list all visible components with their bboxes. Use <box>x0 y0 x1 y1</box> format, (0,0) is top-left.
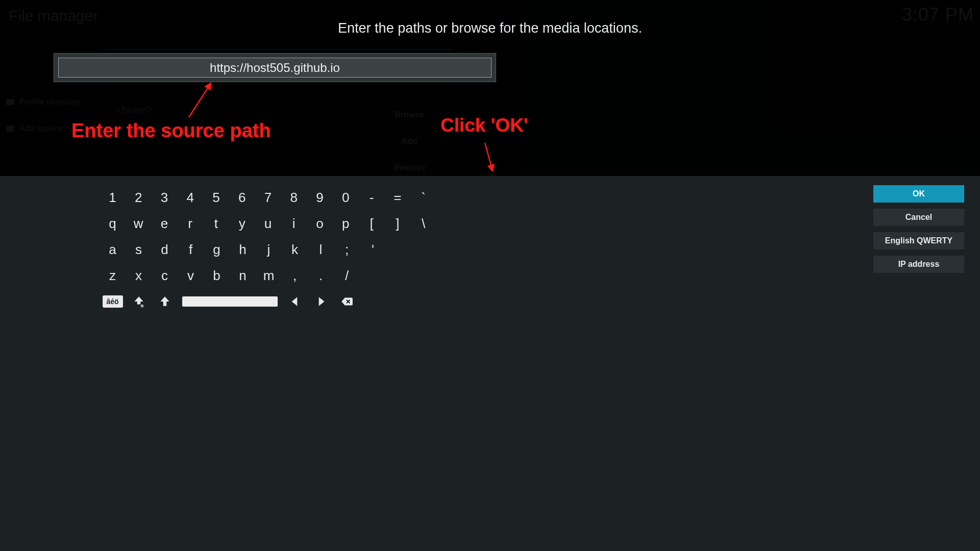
key-m[interactable]: m <box>256 263 282 289</box>
shift-key[interactable] <box>152 291 178 312</box>
key-\[interactable]: \ <box>410 211 436 237</box>
key-'[interactable]: ' <box>360 237 386 263</box>
key-5[interactable]: 5 <box>203 185 229 211</box>
spacebar-icon <box>182 296 278 307</box>
key-t[interactable]: t <box>203 211 229 237</box>
key-k[interactable]: k <box>282 237 308 263</box>
key-][interactable]: ] <box>384 211 410 237</box>
key-i[interactable]: i <box>281 211 307 237</box>
key-[[interactable]: [ <box>359 211 385 237</box>
cursor-right-key[interactable] <box>308 291 334 312</box>
svg-line-1 <box>485 143 493 171</box>
shift-icon <box>158 295 172 308</box>
triangle-right-icon <box>314 295 328 308</box>
arrow-icon <box>186 79 217 120</box>
key-2[interactable]: 2 <box>126 185 152 211</box>
key-s[interactable]: s <box>126 237 152 263</box>
backspace-icon <box>340 295 354 308</box>
keyboard-row: 1234567890-=` <box>100 185 436 211</box>
key-o[interactable]: o <box>307 211 333 237</box>
key-.[interactable]: . <box>308 263 334 289</box>
keyboard-row: qwertyuiop[]\ <box>100 211 436 237</box>
key-r[interactable]: r <box>177 211 203 237</box>
space-key[interactable] <box>178 291 282 312</box>
url-input-container: https://host505.github.io <box>54 53 496 82</box>
key-d[interactable]: d <box>152 237 178 263</box>
backspace-key[interactable] <box>334 291 360 312</box>
key-1[interactable]: 1 <box>100 185 126 211</box>
key-h[interactable]: h <box>230 237 256 263</box>
key-7[interactable]: 7 <box>255 185 281 211</box>
url-input[interactable]: https://host505.github.io <box>58 58 492 78</box>
caps-lock-icon <box>132 295 145 308</box>
key-u[interactable]: u <box>255 211 281 237</box>
key-b[interactable]: b <box>204 263 230 289</box>
key-w[interactable]: w <box>126 211 152 237</box>
key-l[interactable]: l <box>308 237 334 263</box>
dialog-prompt: Enter the paths or browse for the media … <box>0 20 735 36</box>
key-3[interactable]: 3 <box>152 185 178 211</box>
key-=[interactable]: = <box>384 185 410 211</box>
keyboard-row: asdfghjkl;' <box>100 237 436 263</box>
key-8[interactable]: 8 <box>281 185 307 211</box>
key-c[interactable]: c <box>152 263 178 289</box>
cursor-left-key[interactable] <box>282 291 308 312</box>
key-q[interactable]: q <box>100 211 126 237</box>
annotation-click-ok: Click 'OK' <box>440 115 528 136</box>
arrow-icon <box>482 140 503 176</box>
key-9[interactable]: 9 <box>307 185 333 211</box>
key--[interactable]: - <box>359 185 385 211</box>
annotation-enter-path: Enter the source path <box>71 120 271 142</box>
key-e[interactable]: e <box>152 211 178 237</box>
accents-label: âéö <box>103 295 123 308</box>
key-n[interactable]: n <box>230 263 256 289</box>
key-v[interactable]: v <box>178 263 204 289</box>
key-0[interactable]: 0 <box>333 185 359 211</box>
triangle-left-icon <box>288 295 302 308</box>
accents-key[interactable]: âéö <box>100 291 126 312</box>
key-`[interactable]: ` <box>410 185 436 211</box>
key-j[interactable]: j <box>256 237 282 263</box>
keyboard-row: zxcvbnm,./ <box>100 263 436 289</box>
caps-lock-key[interactable] <box>126 291 152 312</box>
key-z[interactable]: z <box>100 263 126 289</box>
key-y[interactable]: y <box>229 211 255 237</box>
key-/[interactable]: / <box>334 263 360 289</box>
key-x[interactable]: x <box>126 263 152 289</box>
keyboard-bottom-row: âéö <box>100 291 360 312</box>
key-p[interactable]: p <box>333 211 359 237</box>
key-6[interactable]: 6 <box>229 185 255 211</box>
onscreen-keyboard: 1234567890-=`qwertyuiop[]\asdfghjkl;'zxc… <box>0 176 735 413</box>
key-a[interactable]: a <box>100 237 126 263</box>
key-;[interactable]: ; <box>334 237 360 263</box>
key-g[interactable]: g <box>204 237 230 263</box>
key-f[interactable]: f <box>178 237 204 263</box>
svg-line-0 <box>189 83 211 117</box>
key-4[interactable]: 4 <box>177 185 203 211</box>
key-,[interactable]: , <box>282 263 308 289</box>
